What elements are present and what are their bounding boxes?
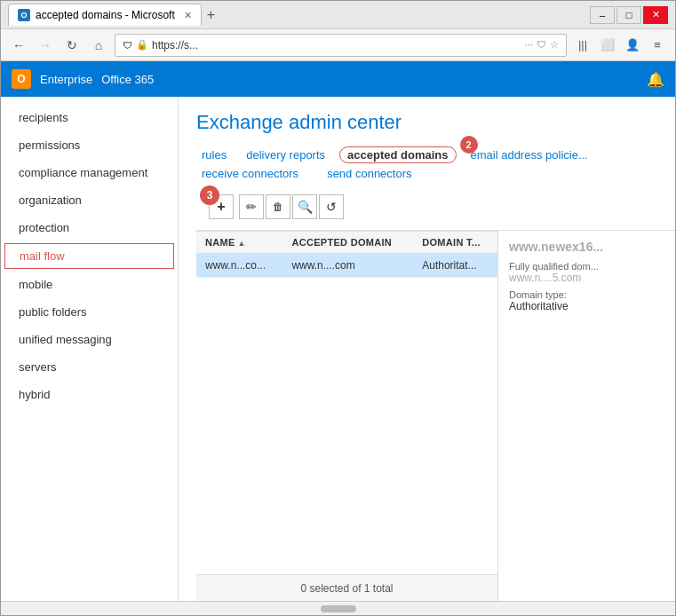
window-controls: – □ ✕ bbox=[590, 6, 668, 24]
delete-icon: 🗑 bbox=[273, 201, 283, 213]
sort-arrow-icon: ▲ bbox=[238, 239, 246, 248]
office-logo: O bbox=[12, 69, 31, 89]
maximize-button[interactable]: □ bbox=[616, 6, 641, 24]
refresh-button[interactable]: ↻ bbox=[61, 35, 83, 56]
edit-button[interactable]: ✏ bbox=[239, 194, 264, 219]
bell-icon[interactable]: 🔔 bbox=[647, 71, 664, 88]
shield-icon: 🛡 bbox=[537, 39, 546, 51]
table-area: NAME▲ ACCEPTED DOMAIN DOMAIN T... www.n.… bbox=[196, 231, 497, 601]
detail-fqdn: Fully qualified dom... www.n....5.com bbox=[509, 261, 664, 284]
detail-fqdn-value: www.n....5.com bbox=[509, 272, 664, 284]
lock-icon: 🔒 bbox=[136, 39, 148, 51]
sidebar: recipients permissions compliance manage… bbox=[1, 97, 179, 601]
forward-button[interactable]: → bbox=[35, 35, 56, 56]
sidebar-item-organization[interactable]: organization bbox=[1, 186, 178, 214]
menu-icon[interactable]: ≡ bbox=[647, 35, 668, 56]
sidebar-item-recipients[interactable]: recipients bbox=[1, 104, 178, 131]
edit-icon: ✏ bbox=[246, 200, 257, 214]
tab-icon[interactable]: ⬜ bbox=[597, 35, 618, 56]
detail-fqdn-label: Fully qualified dom... bbox=[509, 261, 664, 272]
status-text: 0 selected of 1 total bbox=[300, 582, 393, 595]
table-header-row: NAME▲ ACCEPTED DOMAIN DOMAIN T... bbox=[196, 232, 497, 254]
enterprise-link[interactable]: Enterprise bbox=[40, 73, 92, 86]
detail-panel: www.newex16... Fully qualified dom... ww… bbox=[497, 231, 675, 601]
table-row[interactable]: www.n...co... www.n....com Authoritat... bbox=[196, 254, 497, 278]
profile-icon[interactable]: 👤 bbox=[622, 35, 643, 56]
address-bar[interactable]: 🛡 🔒 https://s... ··· 🛡 ☆ bbox=[115, 34, 567, 57]
tab-favicon: O bbox=[18, 9, 30, 21]
domains-table: NAME▲ ACCEPTED DOMAIN DOMAIN T... www.n.… bbox=[196, 231, 497, 278]
badge-2: 2 bbox=[460, 136, 478, 154]
search-icon: 🔍 bbox=[298, 200, 313, 214]
security-icon: 🛡 bbox=[123, 40, 132, 51]
bottom-scrollbar[interactable] bbox=[1, 601, 675, 615]
search-button[interactable]: 🔍 bbox=[292, 194, 317, 219]
main-content: Exchange admin center rules delivery rep… bbox=[179, 97, 675, 601]
browser-tab[interactable]: O accepted domains - Microsoft ✕ bbox=[8, 4, 202, 26]
delete-button[interactable]: 🗑 bbox=[266, 194, 290, 219]
detail-title: www.newex16... bbox=[509, 240, 664, 254]
address-icons: ··· 🛡 ☆ bbox=[525, 39, 559, 51]
tab-delivery-reports[interactable]: delivery reports bbox=[241, 146, 330, 163]
table-detail-area: NAME▲ ACCEPTED DOMAIN DOMAIN T... www.n.… bbox=[196, 230, 675, 601]
titlebar: O accepted domains - Microsoft ✕ + – □ ✕ bbox=[1, 1, 675, 29]
toolbar: 3 + ✏ 🗑 🔍 ↺ bbox=[196, 191, 675, 223]
collections-icon[interactable]: ||| bbox=[572, 35, 593, 56]
tab-accepted-domains[interactable]: accepted domains bbox=[339, 146, 456, 163]
cell-name: www.n...co... bbox=[196, 254, 282, 278]
badge-3: 3 bbox=[200, 186, 219, 205]
status-bar: 0 selected of 1 total bbox=[196, 574, 497, 601]
col-name-header: NAME▲ bbox=[196, 232, 282, 254]
scrollbar-thumb bbox=[321, 605, 356, 612]
new-tab-button[interactable]: + bbox=[202, 7, 220, 23]
sidebar-item-permissions[interactable]: permissions bbox=[1, 131, 178, 159]
sidebar-item-hybrid[interactable]: hybrid bbox=[1, 381, 178, 408]
refresh-icon: ↺ bbox=[326, 200, 337, 214]
sidebar-item-compliance-management[interactable]: compliance management bbox=[1, 159, 178, 186]
url-text: https://s... bbox=[152, 39, 521, 51]
tab-receive-connectors[interactable]: receive connectors bbox=[196, 165, 304, 182]
detail-domain-type: Domain type: Authoritative bbox=[509, 289, 664, 312]
detail-domain-type-label: Domain type: bbox=[509, 289, 664, 300]
tabs-row2: receive connectors send connectors bbox=[196, 165, 675, 182]
addressbar: ← → ↻ ⌂ 🛡 🔒 https://s... ··· 🛡 ☆ ||| ⬜ 👤… bbox=[1, 29, 675, 61]
star-icon[interactable]: ☆ bbox=[550, 39, 559, 51]
sidebar-item-unified-messaging[interactable]: unified messaging bbox=[1, 326, 178, 353]
sidebar-item-mail-flow[interactable]: mail flow bbox=[4, 243, 174, 269]
browser-toolbar-right: ||| ⬜ 👤 ≡ bbox=[572, 35, 668, 56]
page-title: Exchange admin center bbox=[196, 111, 675, 134]
col-accepted-domain-header: ACCEPTED DOMAIN bbox=[282, 232, 413, 254]
sidebar-item-public-folders[interactable]: public folders bbox=[1, 298, 178, 326]
col-domain-type-header: DOMAIN T... bbox=[413, 232, 497, 254]
cell-accepted-domain: www.n....com bbox=[282, 254, 413, 278]
sidebar-item-protection[interactable]: protection bbox=[1, 214, 178, 241]
more-icon[interactable]: ··· bbox=[525, 39, 533, 51]
tab-close-icon[interactable]: ✕ bbox=[184, 10, 192, 21]
sidebar-item-servers[interactable]: servers bbox=[1, 353, 178, 381]
cell-domain-type: Authoritat... bbox=[413, 254, 497, 278]
app-header: O Enterprise Office 365 🔔 bbox=[1, 61, 675, 97]
tab-send-connectors[interactable]: send connectors bbox=[322, 165, 417, 182]
badge3-wrap: 3 + bbox=[209, 194, 234, 219]
home-button[interactable]: ⌂ bbox=[88, 35, 109, 56]
close-button[interactable]: ✕ bbox=[643, 6, 668, 24]
sidebar-item-mobile[interactable]: mobile bbox=[1, 271, 178, 298]
minimize-button[interactable]: – bbox=[590, 6, 615, 24]
tabs-row1: rules delivery reports accepted domains … bbox=[196, 146, 675, 163]
tab-accepted-domains-wrap: accepted domains 2 bbox=[339, 148, 465, 162]
tab-title: accepted domains - Microsoft bbox=[36, 9, 175, 21]
tab-email-address-policies[interactable]: email address policie... bbox=[465, 146, 593, 163]
detail-domain-type-value: Authoritative bbox=[509, 300, 664, 312]
refresh-button[interactable]: ↺ bbox=[319, 194, 344, 219]
browser-window: O accepted domains - Microsoft ✕ + – □ ✕… bbox=[0, 0, 676, 616]
office365-link[interactable]: Office 365 bbox=[101, 73, 154, 86]
back-button[interactable]: ← bbox=[8, 35, 29, 56]
tab-rules[interactable]: rules bbox=[196, 146, 232, 163]
app-body: recipients permissions compliance manage… bbox=[1, 97, 675, 601]
